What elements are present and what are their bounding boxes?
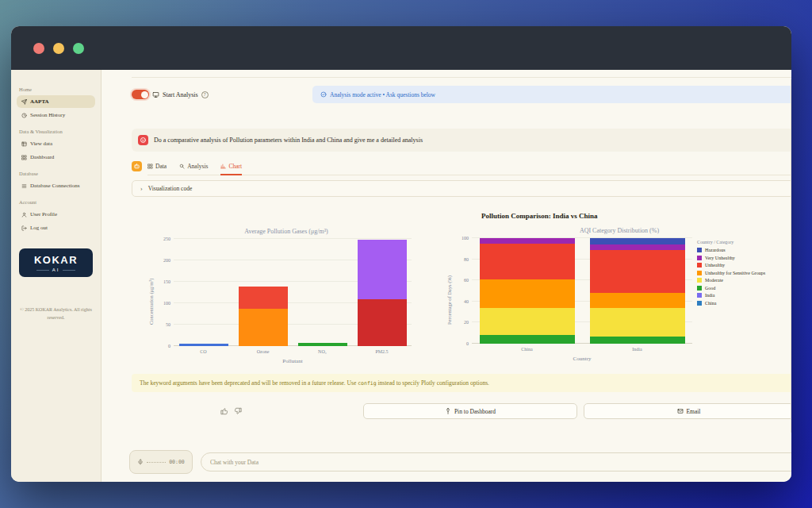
sidebar-item-view-data[interactable]: View data (17, 137, 95, 150)
x-tick: CO (174, 349, 233, 354)
microphone-icon (137, 459, 144, 465)
table-icon (21, 141, 27, 147)
y-tick: 0 (155, 344, 170, 348)
result-tabs: Data Analysis Chart (147, 161, 791, 175)
x-tick: India (582, 347, 692, 352)
y-tick: 40 (454, 299, 469, 304)
legend-item: Moderate (697, 278, 791, 283)
window-titlebar (11, 26, 791, 70)
tab-analysis[interactable]: Analysis (179, 163, 208, 175)
chart-aqi-category-distribution: Pollution Comparison: India vs China AQI… (445, 212, 791, 364)
scrollbar[interactable] (791, 79, 791, 433)
stacked-bar (298, 239, 347, 346)
x-tick: Ozone (233, 349, 293, 354)
paper-plane-icon (21, 99, 27, 105)
y-tick: 80 (454, 257, 469, 262)
tab-chart[interactable]: Chart (220, 163, 242, 175)
start-analysis-toggle[interactable] (132, 90, 149, 99)
help-icon[interactable]: ? (201, 91, 209, 98)
chart-average-pollution-gases: Average Pollution Gases (μg/m³) Concentr… (147, 212, 426, 364)
sidebar-section-database: Database (19, 171, 93, 176)
smiley-face-icon (140, 137, 147, 144)
sidebar-item-user-profile[interactable]: User Profile (17, 208, 95, 221)
chart-title: AQI Category Distribution (%) (445, 227, 791, 238)
sidebar: Home AAPTA Session History Data & Visual… (11, 70, 102, 482)
kokar-ai-logo: KOKAR AI (19, 248, 93, 277)
y-tick: 100 (454, 236, 469, 241)
chevron-right-icon: › (140, 185, 143, 192)
sidebar-item-aapta[interactable]: AAPTA (17, 95, 95, 108)
x-axis-label: Country (472, 356, 692, 362)
y-tick: 0 (454, 341, 469, 346)
list-icon (21, 183, 27, 189)
zoom-window-button[interactable] (73, 43, 84, 54)
comparison-title: Pollution Comparison: India vs China (481, 212, 791, 220)
waveform-placeholder (147, 462, 166, 463)
user-message-text: Do a comparative analysis of Pollution p… (154, 137, 423, 144)
tab-data[interactable]: Data (147, 163, 167, 175)
data-grid-icon (147, 164, 153, 169)
x-tick: China (472, 347, 582, 352)
sidebar-section-account: Account (19, 199, 93, 205)
check-circle-icon (320, 91, 327, 98)
voice-record-button[interactable]: 00:00 (129, 450, 193, 474)
chat-input[interactable] (201, 452, 791, 471)
y-tick: 100 (155, 301, 170, 306)
y-axis-label: Concentration (μg/m³) (147, 239, 155, 364)
legend-item: Good (697, 286, 791, 291)
plot-area: 020406080100 (472, 238, 692, 344)
stacked-bar (480, 238, 575, 344)
legend-item: Unhealthy (697, 263, 791, 267)
copyright-text: © 2025 KOKAR Analytics. All rights reser… (17, 306, 95, 321)
logout-icon (21, 225, 27, 231)
user-icon (21, 212, 27, 217)
sidebar-item-log-out[interactable]: Log out (17, 221, 95, 234)
x-axis-ticks: ChinaIndia (472, 347, 692, 352)
visualization-code-expander[interactable]: › Visualization code (132, 180, 791, 197)
thumbs-up-icon[interactable] (220, 407, 228, 415)
close-window-button[interactable] (33, 43, 44, 54)
top-divider (132, 77, 791, 78)
code-snippet: config (358, 380, 376, 387)
bot-avatar (132, 161, 142, 171)
y-tick: 250 (155, 237, 170, 241)
legend-item: India (697, 293, 791, 298)
user-avatar (138, 135, 148, 145)
deprecation-warning: The keyword arguments have been deprecat… (132, 374, 791, 392)
sidebar-item-database-connections[interactable]: Database Connections (17, 179, 95, 192)
pin-to-dashboard-button[interactable]: Pin to Dashboard (363, 403, 577, 419)
plot-area: 050100150200250 (174, 239, 412, 346)
x-axis-ticks: COOzoneNO₂PM2.5 (174, 349, 412, 354)
sidebar-section-data-viz: Data & Visualization (19, 129, 93, 134)
sidebar-item-session-history[interactable]: Session History (17, 109, 95, 121)
robot-icon (133, 163, 140, 170)
analysis-chart-icon (152, 91, 159, 98)
clock-icon (21, 113, 27, 118)
chart-legend: Country / Category HazardousVery Unhealt… (697, 238, 791, 362)
email-button[interactable]: Email (584, 403, 791, 419)
chat-bar: 00:00 (129, 450, 791, 474)
x-axis-label: Pollutant (174, 358, 412, 364)
sidebar-section-home: Home (19, 87, 93, 92)
bar-chart-icon (220, 164, 226, 169)
chart-title: Average Pollution Gases (μg/m³) (147, 228, 426, 239)
legend-title: Country / Category (697, 240, 791, 244)
grid-icon (21, 155, 27, 160)
minimize-window-button[interactable] (53, 43, 64, 54)
stacked-bar (239, 239, 288, 346)
y-tick: 200 (155, 258, 170, 263)
y-tick: 60 (454, 278, 469, 283)
envelope-icon (677, 408, 684, 414)
analysis-mode-banner: Analysis mode active • Ask questions bel… (312, 86, 791, 103)
pin-icon (445, 408, 451, 414)
record-timer: 00:00 (169, 459, 185, 465)
y-axis-label: Percentage of Days (%) (445, 238, 453, 362)
thumbs-down-icon[interactable] (234, 407, 242, 415)
app-window: Home AAPTA Session History Data & Visual… (11, 26, 791, 482)
x-tick: NO₂ (293, 349, 352, 354)
legend-item: China (697, 301, 791, 306)
sidebar-item-dashboard[interactable]: Dashboard (17, 151, 95, 164)
y-tick: 20 (454, 320, 469, 325)
stacked-bar (590, 238, 685, 344)
legend-item: Very Unhealthy (697, 256, 791, 260)
